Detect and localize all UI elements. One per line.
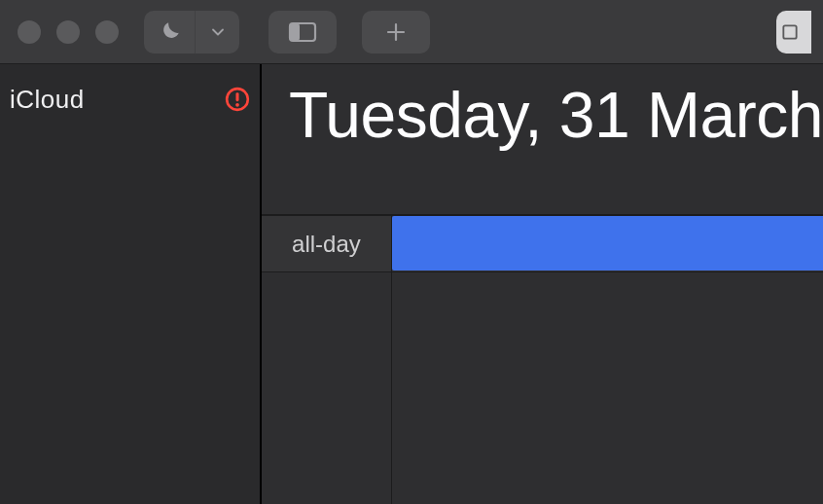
current-date-title: Tuesday, 31 March — [289, 78, 823, 152]
day-view: Tuesday, 31 March all-day — [262, 64, 823, 504]
svg-rect-2 — [783, 25, 796, 38]
minimize-window-button[interactable] — [56, 20, 80, 44]
sidebar-section-title: iCloud — [10, 85, 85, 115]
sidebar-section-icloud[interactable]: iCloud — [10, 80, 250, 119]
date-header: Tuesday, 31 March — [262, 64, 823, 216]
time-gutter — [262, 272, 392, 504]
svg-rect-1 — [290, 23, 300, 41]
view-icon — [780, 20, 800, 44]
add-event-button[interactable] — [362, 11, 430, 54]
traffic-lights — [18, 20, 119, 44]
calendar-list-sidebar: iCloud — [0, 64, 262, 504]
all-day-label: all-day — [292, 231, 361, 258]
all-day-row: all-day — [262, 216, 823, 272]
availability-dropdown-button[interactable] — [195, 11, 239, 54]
window-toolbar — [0, 0, 823, 64]
availability-segmented-control — [144, 11, 239, 54]
fullscreen-window-button[interactable] — [95, 20, 119, 44]
all-day-label-cell: all-day — [262, 216, 392, 271]
time-grid[interactable] — [392, 272, 823, 504]
close-window-button[interactable] — [18, 20, 41, 44]
view-switcher-partial[interactable] — [776, 11, 811, 54]
svg-point-5 — [235, 103, 239, 107]
timeline[interactable] — [262, 272, 823, 504]
sidebar-panel-icon — [288, 20, 317, 44]
svg-rect-4 — [235, 92, 238, 101]
do-not-disturb-toggle[interactable] — [144, 11, 195, 54]
all-day-events-cell[interactable] — [392, 216, 823, 271]
moon-icon — [157, 19, 182, 45]
chevron-down-icon — [208, 22, 228, 42]
all-day-event-block[interactable] — [392, 216, 823, 270]
sync-error-icon[interactable] — [225, 87, 250, 112]
plus-icon — [384, 20, 408, 44]
toggle-sidebar-button[interactable] — [268, 11, 337, 54]
